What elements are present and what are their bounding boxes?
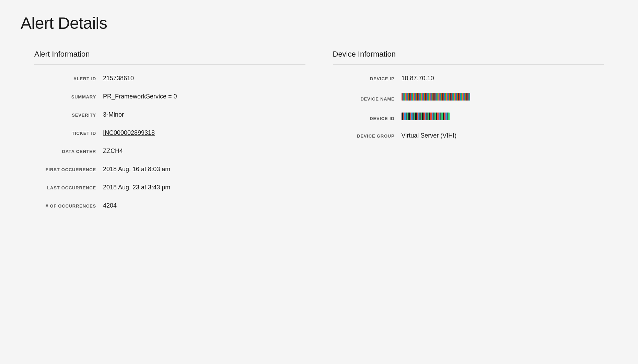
- last-occurrence-value: 2018 Aug. 23 at 3:43 pm: [103, 184, 170, 191]
- data-center-value: ZZCH4: [103, 148, 123, 155]
- severity-label: SEVERITY: [34, 113, 96, 118]
- device-name-row: DEVICE NAME: [333, 93, 604, 102]
- last-occurrence-label: LAST OCCURRENCE: [34, 185, 96, 190]
- first-occurrence-label: FIRST OCCURRENCE: [34, 167, 96, 172]
- device-ip-row: DEVICE IP 10.87.70.10: [333, 75, 604, 82]
- device-section-title: Device Information: [333, 50, 604, 59]
- ticket-id-label: TICKET ID: [34, 131, 96, 136]
- device-ip-label: DEVICE IP: [333, 76, 395, 81]
- occurrences-count-label: # OF OCCURRENCES: [34, 203, 96, 209]
- severity-value: 3-Minor: [103, 111, 124, 118]
- alert-section-divider: [34, 64, 305, 64]
- data-center-row: DATA CENTER ZZCH4: [34, 148, 305, 155]
- device-ip-value: 10.87.70.10: [402, 75, 434, 82]
- device-information-section: Device Information DEVICE IP 10.87.70.10…: [319, 50, 618, 220]
- alert-id-value: 215738610: [103, 75, 134, 82]
- first-occurrence-row: FIRST OCCURRENCE 2018 Aug. 16 at 8:03 am: [34, 166, 305, 173]
- first-occurrence-value: 2018 Aug. 16 at 8:03 am: [103, 166, 170, 173]
- occurrences-count-value: 4204: [103, 202, 117, 209]
- summary-label: SUMMARY: [34, 94, 96, 99]
- alert-section-title: Alert Information: [34, 50, 305, 59]
- device-id-label: DEVICE ID: [333, 116, 395, 121]
- device-name-label: DEVICE NAME: [333, 96, 395, 102]
- summary-value: PR_FrameworkService = 0: [103, 93, 177, 100]
- content-area: Alert Information ALERT ID 215738610 SUM…: [21, 50, 617, 220]
- data-center-label: DATA CENTER: [34, 149, 96, 154]
- alert-information-section: Alert Information ALERT ID 215738610 SUM…: [21, 50, 319, 220]
- last-occurrence-row: LAST OCCURRENCE 2018 Aug. 23 at 3:43 pm: [34, 184, 305, 191]
- device-section-divider: [333, 64, 604, 64]
- page-container: Alert Details Alert Information ALERT ID…: [0, 0, 638, 364]
- device-id-row: DEVICE ID: [333, 113, 604, 121]
- device-group-value: Virtual Server (VIHI): [402, 132, 457, 139]
- device-group-row: DEVICE GROUP Virtual Server (VIHI): [333, 132, 604, 139]
- alert-id-row: ALERT ID 215738610: [34, 75, 305, 82]
- ticket-id-value[interactable]: INC000002899318: [103, 129, 155, 137]
- alert-id-label: ALERT ID: [34, 76, 96, 81]
- severity-row: SEVERITY 3-Minor: [34, 111, 305, 118]
- page-title: Alert Details: [21, 14, 617, 33]
- device-group-label: DEVICE GROUP: [333, 133, 395, 139]
- device-id-value: [402, 113, 450, 120]
- device-name-value: [402, 93, 470, 101]
- ticket-id-row: TICKET ID INC000002899318: [34, 129, 305, 137]
- summary-row: SUMMARY PR_FrameworkService = 0: [34, 93, 305, 100]
- occurrences-count-row: # OF OCCURRENCES 4204: [34, 202, 305, 209]
